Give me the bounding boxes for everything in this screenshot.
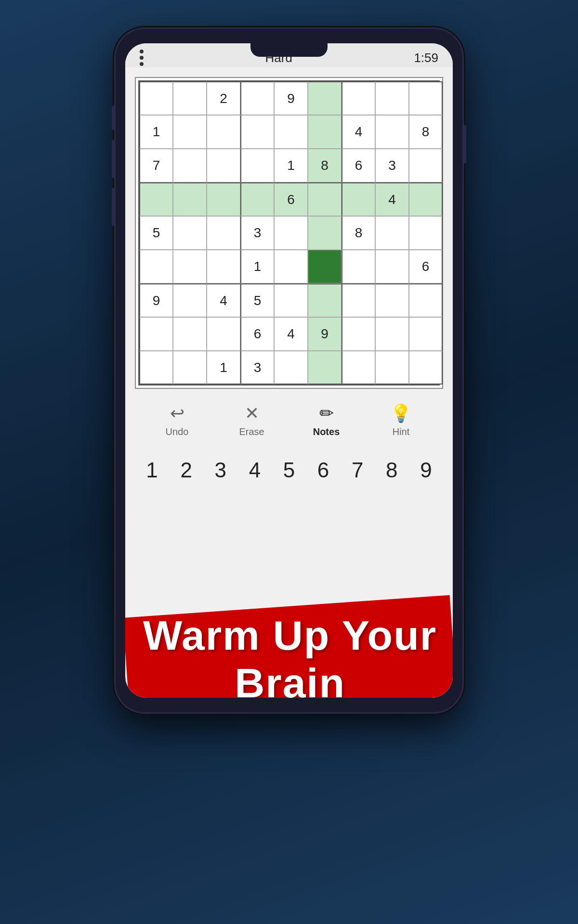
- sudoku-cell[interactable]: 6: [274, 182, 308, 216]
- sudoku-cell[interactable]: [173, 283, 207, 317]
- number-pad-btn-9[interactable]: 9: [410, 454, 442, 486]
- volume-down-button: [112, 188, 116, 226]
- sudoku-cell[interactable]: [375, 216, 409, 250]
- game-timer: 1:59: [414, 51, 438, 65]
- sudoku-cell[interactable]: [409, 216, 443, 250]
- sudoku-cell[interactable]: [173, 149, 207, 182]
- sudoku-cell[interactable]: [139, 250, 173, 283]
- sudoku-cell[interactable]: [274, 283, 308, 317]
- sudoku-cell[interactable]: [375, 81, 409, 115]
- sudoku-cell[interactable]: 5: [139, 216, 173, 250]
- sudoku-cell[interactable]: [308, 250, 342, 283]
- sudoku-cell[interactable]: [173, 182, 207, 216]
- sudoku-cell[interactable]: [409, 351, 443, 385]
- sudoku-cell[interactable]: [274, 351, 308, 385]
- sudoku-cell[interactable]: [274, 216, 308, 250]
- sudoku-cell[interactable]: [308, 283, 342, 317]
- sudoku-cell[interactable]: [342, 81, 375, 115]
- sudoku-cell[interactable]: [308, 216, 342, 250]
- sudoku-cell[interactable]: 6: [409, 250, 443, 283]
- sudoku-cell[interactable]: [207, 216, 240, 250]
- sudoku-cell[interactable]: [139, 351, 173, 385]
- sudoku-cell[interactable]: [409, 283, 443, 317]
- sudoku-cell[interactable]: [173, 81, 207, 115]
- sudoku-cell[interactable]: 4: [207, 283, 240, 317]
- sudoku-cell[interactable]: 6: [240, 317, 274, 351]
- sudoku-cell[interactable]: [274, 115, 308, 149]
- number-pad-btn-5[interactable]: 5: [273, 454, 304, 486]
- sudoku-cell[interactable]: [342, 250, 375, 283]
- number-pad-btn-7[interactable]: 7: [342, 454, 373, 486]
- sudoku-cell[interactable]: 7: [139, 149, 173, 182]
- sudoku-cell[interactable]: [409, 182, 443, 216]
- sudoku-cell[interactable]: [375, 351, 409, 385]
- sudoku-cell[interactable]: 6: [342, 149, 375, 182]
- sudoku-cell[interactable]: [375, 115, 409, 149]
- menu-button[interactable]: [140, 50, 144, 66]
- sudoku-cell[interactable]: [173, 250, 207, 283]
- sudoku-grid[interactable]: 2914871863645381694564913: [138, 80, 440, 385]
- sudoku-cell[interactable]: [375, 283, 409, 317]
- sudoku-cell[interactable]: [409, 149, 443, 182]
- sudoku-cell[interactable]: [173, 351, 207, 385]
- sudoku-cell[interactable]: [409, 317, 443, 351]
- number-pad-btn-2[interactable]: 2: [171, 454, 202, 486]
- sudoku-cell[interactable]: [207, 115, 240, 149]
- sudoku-cell[interactable]: [409, 81, 443, 115]
- sudoku-cell[interactable]: [173, 216, 207, 250]
- notes-button[interactable]: ✏ Notes: [302, 403, 351, 437]
- sudoku-cell[interactable]: 4: [375, 182, 409, 216]
- sudoku-cell[interactable]: [342, 317, 375, 351]
- number-pad-btn-6[interactable]: 6: [308, 454, 339, 486]
- sudoku-cell[interactable]: [173, 317, 207, 351]
- sudoku-cell[interactable]: [342, 283, 375, 317]
- sudoku-cell[interactable]: 5: [240, 283, 274, 317]
- hint-button[interactable]: 💡 Hint: [377, 403, 425, 437]
- sudoku-cell[interactable]: [240, 149, 274, 182]
- sudoku-cell[interactable]: 1: [274, 149, 308, 182]
- sudoku-cell[interactable]: [308, 351, 342, 385]
- sudoku-cell[interactable]: 9: [274, 81, 308, 115]
- sudoku-cell[interactable]: [207, 250, 240, 283]
- erase-button[interactable]: ✕ Erase: [228, 403, 276, 437]
- sudoku-cell[interactable]: [139, 317, 173, 351]
- sudoku-cell[interactable]: [207, 149, 240, 182]
- sudoku-cell[interactable]: 3: [375, 149, 409, 182]
- sudoku-cell[interactable]: [240, 182, 274, 216]
- sudoku-cell[interactable]: [139, 81, 173, 115]
- sudoku-cell[interactable]: 1: [139, 115, 173, 149]
- sudoku-cell[interactable]: 4: [342, 115, 375, 149]
- sudoku-cell[interactable]: 1: [240, 250, 274, 283]
- sudoku-cell[interactable]: 8: [308, 149, 342, 182]
- sudoku-cell[interactable]: 8: [409, 115, 443, 149]
- number-pad-btn-3[interactable]: 3: [205, 454, 236, 486]
- sudoku-cell[interactable]: [375, 317, 409, 351]
- sudoku-cell[interactable]: [375, 250, 409, 283]
- sudoku-cell[interactable]: [308, 81, 342, 115]
- sudoku-cell[interactable]: 9: [308, 317, 342, 351]
- sudoku-cell[interactable]: [173, 115, 207, 149]
- sudoku-cell[interactable]: [308, 182, 342, 216]
- sudoku-cell[interactable]: [342, 351, 375, 385]
- sudoku-cell[interactable]: [342, 182, 375, 216]
- sudoku-cell[interactable]: 1: [207, 351, 240, 385]
- sudoku-cell[interactable]: 2: [207, 81, 240, 115]
- sudoku-cell[interactable]: [240, 81, 274, 115]
- sudoku-cell[interactable]: [207, 182, 240, 216]
- sudoku-cell[interactable]: [274, 250, 308, 283]
- banner-inner: Warm Up Your Brain: [126, 612, 453, 698]
- menu-dot-3: [140, 62, 144, 66]
- sudoku-cell[interactable]: 9: [139, 283, 173, 317]
- number-pad-btn-1[interactable]: 1: [136, 454, 168, 486]
- sudoku-cell[interactable]: [139, 182, 173, 216]
- sudoku-cell[interactable]: [207, 317, 240, 351]
- sudoku-cell[interactable]: 3: [240, 216, 274, 250]
- sudoku-cell[interactable]: 3: [240, 351, 274, 385]
- sudoku-cell[interactable]: 4: [274, 317, 308, 351]
- sudoku-cell[interactable]: [240, 115, 274, 149]
- sudoku-cell[interactable]: 8: [342, 216, 375, 250]
- sudoku-cell[interactable]: [308, 115, 342, 149]
- undo-button[interactable]: ↩ Undo: [153, 403, 201, 437]
- number-pad-btn-4[interactable]: 4: [239, 454, 270, 486]
- number-pad-btn-8[interactable]: 8: [376, 454, 407, 486]
